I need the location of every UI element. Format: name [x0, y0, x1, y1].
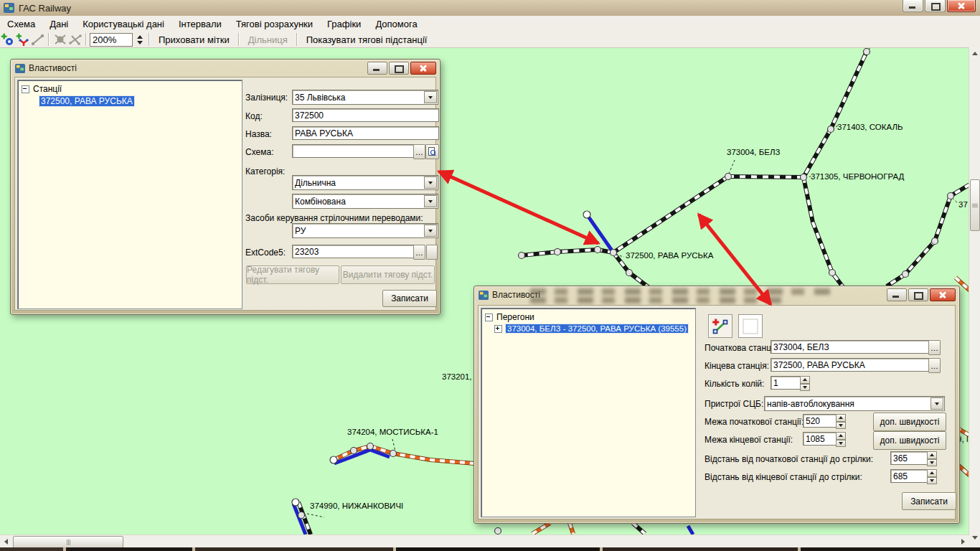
end-station-input[interactable]	[771, 358, 930, 372]
collapse-icon[interactable]	[485, 314, 493, 321]
zoom-spinner[interactable]	[137, 35, 143, 44]
close-button[interactable]	[410, 62, 436, 75]
start-station-browse-button[interactable]: …	[928, 340, 941, 355]
add-segment-node-button[interactable]	[708, 314, 732, 338]
category-combobox-2[interactable]: Комбінована	[292, 194, 438, 209]
railway-combobox[interactable]: 35 Львівська	[292, 90, 438, 105]
close-button[interactable]	[930, 288, 956, 301]
chevron-down-icon[interactable]	[424, 176, 437, 189]
horizontal-scroll-thumb[interactable]	[13, 536, 123, 548]
station-label-mostyska[interactable]: 374204, МОСТИСЬКА-1	[347, 428, 438, 436]
tree-node-label[interactable]: Станції	[33, 84, 62, 94]
spin-up-icon[interactable]	[927, 469, 937, 477]
scroll-down-button[interactable]	[969, 532, 980, 543]
blank-tool-button[interactable]	[738, 314, 763, 338]
segment-tree[interactable]: Перегони 373004, БЕЛЗ - 372500, РАВА РУС…	[481, 308, 696, 517]
minimize-button[interactable]	[367, 62, 387, 75]
show-substations-button[interactable]: Показувати тягові підстанції	[301, 34, 433, 46]
extcode-extra-button[interactable]	[426, 245, 438, 260]
menu-graphs[interactable]: Графіки	[320, 17, 368, 31]
station-label-sokal[interactable]: 371403, СОКАЛЬ	[837, 123, 903, 131]
vertical-scroll-thumb[interactable]	[970, 179, 980, 231]
chevron-down-icon[interactable]	[424, 91, 437, 103]
maximize-button[interactable]	[925, 0, 946, 12]
station-label-nyzhankovychi[interactable]: 374990, НИЖАНКОВИЧІ	[310, 501, 403, 510]
zoom-input[interactable]	[90, 33, 133, 47]
menu-user-data[interactable]: Користувацькі дані	[75, 17, 171, 31]
zoom-down-icon[interactable]	[137, 41, 143, 44]
station-label-chervonograd[interactable]: 371305, ЧЕРВОНОГРАД	[811, 172, 904, 181]
station-tree[interactable]: Станції 372500, РАВА РУСЬКА	[17, 80, 242, 309]
start-limit-spinner[interactable]	[836, 414, 846, 429]
chevron-down-icon[interactable]	[930, 397, 943, 410]
add-station-icon[interactable]	[0, 32, 15, 47]
name-input[interactable]	[292, 126, 439, 140]
spin-up-icon[interactable]	[800, 376, 810, 384]
category-combobox-1[interactable]: Дільнична	[292, 175, 438, 190]
spin-down-icon[interactable]	[927, 477, 937, 485]
minimize-button[interactable]	[903, 0, 923, 12]
scroll-right-button[interactable]	[957, 535, 969, 548]
maximize-button[interactable]	[908, 288, 928, 301]
save-button[interactable]: Записати	[902, 492, 956, 510]
spin-down-icon[interactable]	[836, 440, 846, 448]
start-switch-spinner[interactable]	[927, 451, 937, 466]
tree-node-segments[interactable]: Перегони	[485, 312, 534, 322]
add-segment-icon[interactable]	[30, 32, 45, 47]
schema-preview-button[interactable]	[425, 144, 439, 159]
menu-traction-calc[interactable]: Тягові розрахунки	[229, 17, 320, 31]
switch-control-combobox[interactable]: РУ	[292, 223, 438, 238]
end-limit-spinner[interactable]	[836, 432, 846, 447]
spin-up-icon[interactable]	[836, 414, 846, 422]
start-switch-input[interactable]	[890, 451, 932, 465]
end-switch-spinner[interactable]	[927, 469, 937, 484]
tracks-spinner[interactable]	[800, 376, 810, 391]
horizontal-scrollbar[interactable]	[0, 534, 969, 548]
station-label-belz[interactable]: 373004, БЕЛЗ	[727, 148, 780, 156]
spin-down-icon[interactable]	[836, 422, 846, 430]
end-station-browse-button[interactable]: …	[928, 358, 941, 373]
scroll-left-button[interactable]	[0, 535, 12, 548]
menu-schema[interactable]: Схема	[0, 17, 42, 31]
schema-input[interactable]	[292, 144, 415, 158]
spin-up-icon[interactable]	[836, 432, 846, 440]
spin-up-icon[interactable]	[927, 451, 937, 459]
tree-node-label[interactable]: 372500, РАВА РУСЬКА	[39, 96, 134, 106]
vertical-scrollbar[interactable]	[969, 47, 980, 547]
spin-down-icon[interactable]	[800, 384, 810, 392]
collapse-icon[interactable]	[22, 85, 29, 93]
zoom-up-icon[interactable]	[137, 35, 143, 39]
menu-help[interactable]: Допомога	[368, 17, 424, 31]
tree-node-label[interactable]: 373004, БЕЛЗ - 372500, РАВА РУСЬКА (3955…	[506, 324, 688, 333]
minimize-button[interactable]	[887, 288, 907, 301]
extcode-browse-button[interactable]: …	[413, 245, 425, 260]
menu-intervals[interactable]: Інтервали	[171, 17, 229, 31]
chevron-down-icon[interactable]	[424, 195, 437, 207]
chevron-down-icon[interactable]	[424, 225, 437, 237]
delete-node-icon	[52, 32, 67, 47]
start-station-input[interactable]	[771, 340, 930, 354]
tree-node-station-selected[interactable]: 372500, РАВА РУСЬКА	[39, 96, 134, 106]
extra-speeds-button-1[interactable]: доп. швидкості	[873, 413, 946, 431]
menu-data[interactable]: Дані	[42, 17, 75, 31]
extra-speeds-button-2[interactable]: доп. швидкості	[873, 431, 946, 450]
expand-icon[interactable]	[494, 325, 502, 333]
scroll-up-button[interactable]	[969, 47, 980, 59]
station-label-rava-ruska[interactable]: 372500, РАВА РУСЬКА	[626, 251, 713, 260]
spin-down-icon[interactable]	[927, 459, 937, 467]
tree-node-segment-selected[interactable]: 373004, БЕЛЗ - 372500, РАВА РУСЬКА (3955…	[494, 324, 688, 333]
schema-browse-button[interactable]: …	[413, 144, 425, 159]
station-label-373201[interactable]: 373201,	[442, 372, 472, 381]
switch-control-label: Засоби керування стрілочними переводами:	[245, 213, 423, 223]
maximize-button[interactable]	[389, 62, 409, 75]
code-input[interactable]	[292, 108, 439, 122]
save-button[interactable]: Записати	[382, 290, 437, 307]
signaling-combobox[interactable]: напів-автоблокування	[764, 396, 945, 411]
add-junction-icon[interactable]	[15, 32, 30, 47]
hide-labels-button[interactable]: Приховати мітки	[153, 34, 235, 46]
close-button[interactable]	[947, 0, 976, 12]
tree-node-stations[interactable]: Станції	[22, 84, 62, 94]
end-switch-input[interactable]	[890, 469, 932, 483]
extcode-input[interactable]	[292, 245, 415, 258]
tree-node-label[interactable]: Перегони	[496, 312, 534, 322]
